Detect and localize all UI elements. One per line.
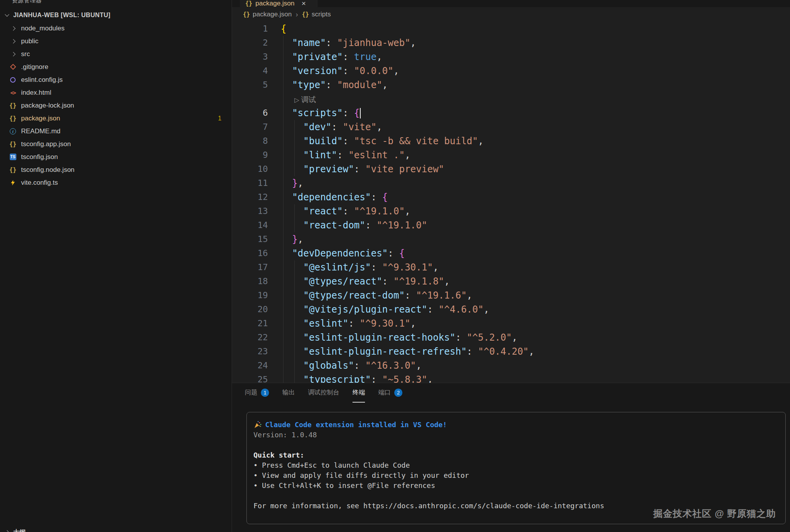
folder-chevron-icon	[11, 52, 15, 56]
json-icon	[243, 11, 250, 18]
tree-item-package.json[interactable]: package.json1	[0, 112, 232, 125]
breadcrumb: package.json › scripts	[232, 7, 790, 22]
code-line[interactable]: 6 "scripts": {	[232, 106, 790, 120]
terminal-text: Claude Code extension installed in VS Co…	[265, 420, 447, 430]
line-number: 11	[232, 176, 268, 190]
watermark: 掘金技术社区 @ 野原猫之助	[653, 507, 776, 520]
code-line[interactable]: 18 "@types/react": "^19.1.8",	[232, 274, 790, 288]
terminal-text: • Press Cmd+Esc to launch Claude Code	[253, 460, 410, 470]
editor-area: package.json × package.json › scripts 1{…	[232, 0, 790, 383]
code-line[interactable]: 21 "eslint": "^9.30.1",	[232, 316, 790, 331]
tree-item-label: package-lock.json	[21, 102, 74, 110]
panel-tab-label: 调试控制台	[308, 389, 339, 397]
panel-tab-输出[interactable]: 输出	[282, 383, 295, 403]
line-number: 25	[232, 373, 268, 383]
tree-item-tsconfig.app.json[interactable]: tsconfig.app.json	[0, 138, 232, 150]
code-line[interactable]: 24 "globals": "^16.3.0",	[232, 359, 790, 373]
code-line[interactable]: 2 "name": "jianhua-web",	[232, 36, 790, 50]
chevron-right-icon	[5, 530, 9, 532]
terminal-line: Version: 1.0.48	[253, 430, 785, 440]
code-line[interactable]: 14 "react-dom": "^19.1.0"	[232, 218, 790, 232]
tree-item-tsconfig.node.json[interactable]: tsconfig.node.json	[0, 163, 232, 176]
json-icon	[302, 11, 309, 18]
debug-codelens[interactable]: 调试	[294, 93, 316, 107]
code-line[interactable]: 12 "dependencies": {	[232, 190, 790, 204]
code-line[interactable]: 10 "preview": "vite preview"	[232, 162, 790, 176]
code-line[interactable]: 13 "react": "^19.1.0",	[232, 204, 790, 218]
code-line[interactable]: 1{	[232, 22, 790, 36]
panel-tab-调试控制台[interactable]: 调试控制台	[308, 383, 339, 403]
code-line[interactable]: 25 "typescript": "~5.8.3",	[232, 373, 790, 383]
tree-item-label: index.html	[21, 89, 51, 97]
tree-item-label: src	[21, 50, 30, 58]
code-line[interactable]: 15 },	[232, 232, 790, 246]
tree-item-package-lock.json[interactable]: package-lock.json	[0, 99, 232, 112]
tree-item-eslint.config.js[interactable]: eslint.config.js	[0, 73, 232, 86]
code-text: "react": "^19.1.0",	[268, 204, 410, 218]
panel-count-badge: 2	[394, 389, 402, 397]
code-line[interactable]: 9 "lint": "eslint .",	[232, 148, 790, 162]
explorer-sidebar: 资源管理器 JIANHUA-WEB [WSL: UBUNTU] node_mod…	[0, 0, 232, 532]
outline-section-header[interactable]: 大纲	[0, 527, 232, 532]
close-icon[interactable]: ×	[301, 0, 306, 7]
tree-item-label: README.md	[21, 127, 60, 135]
code-line[interactable]: 19 "@types/react-dom": "^19.1.6",	[232, 288, 790, 302]
tree-item-.gitignore[interactable]: .gitignore	[0, 60, 232, 73]
code-line[interactable]: 7 "dev": "vite",	[232, 120, 790, 134]
breadcrumb-symbol[interactable]: scripts	[312, 11, 331, 18]
code-line[interactable]: 23 "eslint-plugin-react-refresh": "^0.4.…	[232, 345, 790, 359]
code-line[interactable]: 20 "@vitejs/plugin-react": "^4.6.0",	[232, 302, 790, 316]
code-text: "eslint-plugin-react-hooks": "^5.2.0",	[268, 331, 517, 345]
project-name: JIANHUA-WEB [WSL: UBUNTU]	[13, 12, 110, 19]
tree-item-label: vite.config.ts	[21, 179, 58, 187]
code-line[interactable]: 16 "devDependencies": {	[232, 246, 790, 260]
breadcrumb-file[interactable]: package.json	[253, 11, 292, 18]
tree-item-public[interactable]: public	[0, 35, 232, 48]
tree-item-node_modules[interactable]: node_modules	[0, 22, 232, 35]
tree-item-index.html[interactable]: index.html	[0, 86, 232, 99]
panel-tab-label: 问题	[245, 389, 257, 397]
code-text: "typescript": "~5.8.3",	[268, 373, 433, 383]
code-editor[interactable]: 1{2 "name": "jianhua-web",3 "private": t…	[232, 22, 790, 383]
tab-package-json[interactable]: package.json ×	[240, 0, 317, 7]
ts-icon	[10, 154, 16, 160]
code-text: "lint": "eslint .",	[268, 148, 410, 162]
tree-item-label: eslint.config.js	[21, 76, 63, 84]
codelens-row: 调试	[232, 92, 790, 106]
panel-tab-label: 输出	[282, 389, 295, 397]
code-line[interactable]: 17 "@eslint/js": "^9.30.1",	[232, 260, 790, 274]
code-text: "version": "0.0.0",	[268, 64, 399, 78]
tree-item-label: package.json	[21, 115, 60, 122]
project-section-header[interactable]: JIANHUA-WEB [WSL: UBUNTU]	[0, 9, 232, 22]
outline-label: 大纲	[13, 528, 26, 532]
code-line[interactable]: 11 },	[232, 176, 790, 190]
tree-item-README.md[interactable]: README.md	[0, 125, 232, 138]
tree-item-label: tsconfig.app.json	[21, 140, 71, 148]
tree-item-label: public	[21, 37, 38, 45]
code-text: "eslint-plugin-react-refresh": "^0.4.20"…	[268, 345, 534, 359]
code-text: {	[268, 22, 286, 36]
git-icon	[10, 64, 16, 70]
code-line[interactable]: 5 "type": "module",	[232, 78, 790, 92]
tree-item-src[interactable]: src	[0, 48, 232, 60]
code-line[interactable]: 3 "private": true,	[232, 50, 790, 64]
code-text: "@types/react-dom": "^19.1.6",	[268, 288, 472, 302]
line-number: 15	[232, 232, 268, 246]
code-text: "dependencies": {	[268, 190, 388, 204]
html-icon	[11, 90, 16, 96]
vite-icon	[10, 180, 16, 186]
problems-count-badge: 1	[218, 115, 221, 122]
json-icon	[9, 102, 16, 109]
code-line[interactable]: 8 "build": "tsc -b && vite build",	[232, 134, 790, 148]
panel-tab-终端[interactable]: 终端	[352, 383, 365, 403]
tree-item-tsconfig.json[interactable]: tsconfig.json	[0, 150, 232, 163]
code-line[interactable]: 4 "version": "0.0.0",	[232, 64, 790, 78]
tab-bar: package.json ×	[232, 0, 790, 7]
tree-item-vite.config.ts[interactable]: vite.config.ts	[0, 176, 232, 189]
panel-tab-端口[interactable]: 端口2	[378, 383, 402, 403]
terminal-text: For more information, see https://docs.a…	[253, 501, 604, 511]
line-number: 9	[232, 148, 268, 162]
code-line[interactable]: 22 "eslint-plugin-react-hooks": "^5.2.0"…	[232, 331, 790, 345]
panel-tab-问题[interactable]: 问题1	[245, 383, 269, 403]
code-text: "@types/react": "^19.1.8",	[268, 274, 450, 288]
